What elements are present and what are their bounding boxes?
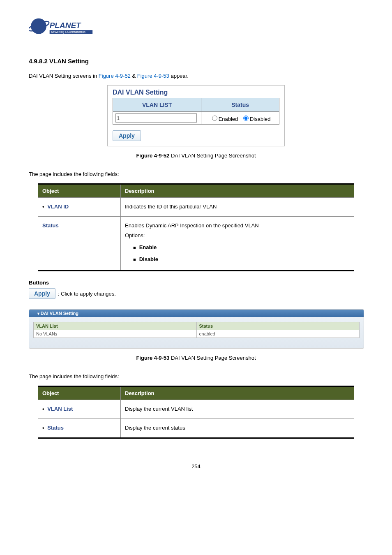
radio-enabled[interactable] [212, 116, 217, 121]
logo-text: PLANET [50, 21, 81, 30]
figure-link-2[interactable]: Figure 4-9-53 [137, 73, 169, 79]
od1-row2-obj-text: Status [42, 222, 59, 229]
page-number: 254 [29, 463, 363, 469]
vlan-list-cell [113, 112, 201, 125]
od1-row1-bullet: VLAN ID [42, 204, 69, 210]
od1-row1-desc: Indicates the ID of this particular VLAN [121, 198, 354, 217]
status-cell: Enabled Disabled [201, 112, 279, 125]
figure-caption-2: Figure 4-9-53 DAI VLAN Setting Page Scre… [29, 355, 363, 361]
od1-option-disable-text: Disable [139, 256, 158, 262]
figure-text-1: DAI VLAN Setting Page Screenshot [169, 153, 256, 159]
intro-suffix: appear. [169, 73, 189, 79]
figure-label-2: Figure 4-9-53 [136, 355, 169, 361]
od1-row2-desc: Enables Dynamic ARP Inspection on the sp… [121, 216, 354, 271]
planet-logo-icon: PLANET Networking & Communication [29, 16, 107, 41]
figure-link-1[interactable]: Figure 4-9-52 [99, 73, 131, 79]
radio-disabled-label[interactable]: Disabled [241, 116, 271, 122]
dai-vlan-setting-result-panel: DAI VLAN Setting VLAN List Status No VLA… [29, 309, 364, 349]
od2-row2-object: Status [38, 419, 121, 438]
svg-point-0 [31, 18, 46, 34]
od2-header-description: Description [121, 386, 354, 400]
od2-row1-bullet: VLAN List [42, 406, 73, 412]
result-cell-vlan-list: No VLANs [34, 330, 197, 338]
apply-button-desc: : Click to apply changes. [58, 291, 116, 297]
vlan-list-input[interactable] [115, 113, 197, 123]
intro-amp: & [131, 73, 137, 79]
apply-button[interactable]: Apply [113, 130, 141, 141]
od1-header-description: Description [121, 184, 354, 198]
buttons-heading: Buttons [29, 280, 363, 286]
od1-row1-object: VLAN ID [38, 198, 121, 217]
od1-desc-line1: Enables Dynamic ARP Inspection on the sp… [125, 221, 350, 231]
apply-button-inline[interactable]: Apply [29, 288, 55, 299]
od1-header-object: Object [38, 184, 121, 198]
result-table: VLAN List Status No VLANs enabled [33, 322, 360, 338]
radio-disabled-text: Disabled [250, 116, 271, 122]
radio-disabled[interactable] [243, 116, 249, 121]
od2-row2-bullet: Status [42, 425, 64, 431]
od1-row2-object: Status [38, 216, 121, 271]
section-heading: 4.9.8.2 VLAN Setting [29, 58, 363, 65]
od1-option-enable-text: Enable [139, 244, 157, 250]
buttons-description-line: Apply : Click to apply changes. [29, 288, 363, 299]
od2-row1-object: VLAN List [38, 400, 121, 419]
result-cell-status: enabled [196, 330, 360, 338]
od1-option-disable: Disable [133, 254, 350, 265]
fields-intro-1: The page includes the following fields: [29, 171, 363, 177]
figure-text-2: DAI VLAN Setting Page Screenshot [169, 355, 256, 361]
intro-text: DAI VLAN Setting screens in Figure 4-9-5… [29, 73, 363, 79]
dai-vlan-setting-panel: DAI VLAN Setting VLAN LIST Status Enable… [107, 85, 285, 146]
vlan-setting-table: VLAN LIST Status Enabled Disabled [113, 98, 279, 125]
fields-intro-2: The page includes the following fields: [29, 373, 363, 379]
logo-tagline: Networking & Communication [51, 30, 85, 34]
od2-header-object: Object [38, 386, 121, 400]
col-vlan-list: VLAN LIST [113, 98, 201, 112]
brand-logo: PLANET Networking & Communication [29, 16, 363, 41]
result-col-vlan-list: VLAN List [34, 322, 197, 330]
intro-prefix: DAI VLAN Setting screens in [29, 73, 99, 79]
od1-options-list: Enable Disable [133, 243, 350, 264]
result-panel-header[interactable]: DAI VLAN Setting [29, 310, 364, 317]
result-col-status: Status [196, 322, 360, 330]
figure-caption-1: Figure 4-9-52 DAI VLAN Setting Page Scre… [29, 153, 363, 159]
radio-enabled-label[interactable]: Enabled [210, 116, 238, 122]
od1-desc-line2: Options: [125, 231, 350, 241]
od2-row1-desc: Display the current VLAN list [121, 400, 354, 419]
figure-label-1: Figure 4-9-52 [136, 153, 169, 159]
panel-title: DAI VLAN Setting [108, 86, 284, 98]
object-description-table-1: Object Description VLAN ID Indicates the… [38, 183, 354, 271]
radio-enabled-text: Enabled [219, 116, 238, 122]
object-description-table-2: Object Description VLAN List Display the… [38, 386, 354, 438]
od2-row2-desc: Display the current status [121, 419, 354, 438]
od1-option-enable: Enable [133, 243, 350, 253]
col-status: Status [201, 98, 279, 112]
